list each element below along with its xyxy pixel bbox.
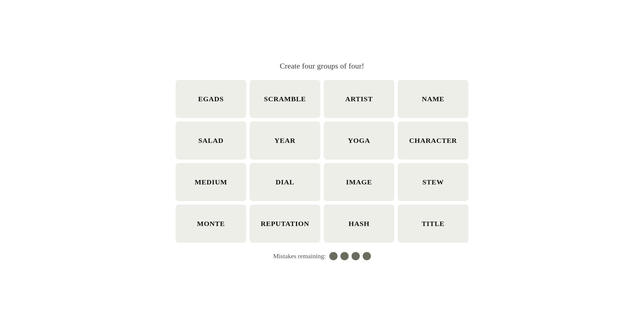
tile-0[interactable]: EGADS — [176, 80, 246, 118]
tile-label-3: NAME — [422, 95, 444, 103]
tile-10[interactable]: IMAGE — [324, 163, 394, 201]
tile-label-11: STEW — [422, 178, 444, 186]
tile-14[interactable]: HASH — [324, 205, 394, 243]
mistakes-label: Mistakes remaining: — [273, 252, 326, 260]
tile-12[interactable]: MONTE — [176, 205, 246, 243]
tile-7[interactable]: CHARACTER — [398, 121, 468, 160]
game-container: Create four groups of four! EGADSSCRAMBL… — [176, 62, 468, 260]
tile-5[interactable]: YEAR — [250, 121, 320, 160]
tile-label-0: EGADS — [198, 95, 224, 103]
mistakes-row: Mistakes remaining: — [273, 252, 371, 260]
tile-label-10: IMAGE — [346, 178, 372, 186]
tile-6[interactable]: YOGA — [324, 121, 394, 160]
tile-label-8: MEDIUM — [195, 178, 227, 186]
tile-13[interactable]: REPUTATION — [250, 205, 320, 243]
tile-label-13: REPUTATION — [261, 220, 309, 228]
tile-label-1: SCRAMBLE — [264, 95, 306, 103]
tile-label-14: HASH — [349, 220, 370, 228]
tile-11[interactable]: STEW — [398, 163, 468, 201]
dots-container — [329, 252, 371, 260]
game-subtitle: Create four groups of four! — [280, 62, 364, 71]
tile-label-12: MONTE — [197, 220, 225, 228]
tile-label-6: YOGA — [348, 137, 370, 145]
tile-9[interactable]: DIAL — [250, 163, 320, 201]
tile-8[interactable]: MEDIUM — [176, 163, 246, 201]
mistake-dot-1 — [340, 252, 349, 260]
mistake-dot-0 — [329, 252, 338, 260]
tile-label-2: ARTIST — [345, 95, 373, 103]
tile-1[interactable]: SCRAMBLE — [250, 80, 320, 118]
mistake-dot-3 — [363, 252, 371, 260]
tile-4[interactable]: SALAD — [176, 121, 246, 160]
tile-label-5: YEAR — [275, 137, 296, 145]
tile-label-9: DIAL — [276, 178, 294, 186]
tile-3[interactable]: NAME — [398, 80, 468, 118]
mistake-dot-2 — [352, 252, 360, 260]
tile-label-15: TITLE — [422, 220, 444, 228]
tile-label-4: SALAD — [198, 137, 223, 145]
tile-grid: EGADSSCRAMBLEARTISTNAMESALADYEARYOGACHAR… — [176, 80, 468, 243]
tile-2[interactable]: ARTIST — [324, 80, 394, 118]
tile-15[interactable]: TITLE — [398, 205, 468, 243]
tile-label-7: CHARACTER — [409, 137, 457, 145]
